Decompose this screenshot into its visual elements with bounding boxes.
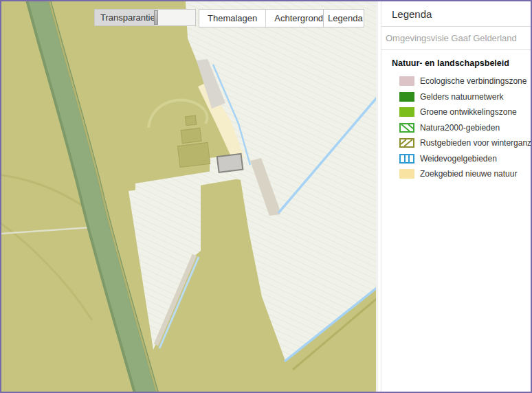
legend-item: Weidevogelgebieden [399,151,531,167]
legend-swatch-icon [399,169,414,179]
transparency-slider-fill: Transparantie [95,10,155,25]
legend-item: Natura2000-gebieden [399,120,531,136]
legend-swatch-icon [399,92,414,102]
legend-item-label: Groene ontwikkelingszone [420,107,517,117]
legend-item-label: Rustgebieden voor winterganzen [420,138,532,148]
legend-swatch-icon [399,138,414,148]
legenda-button[interactable]: Legenda [323,9,364,27]
legend-panel: Legenda Omgevingsvisie Gaaf Gelderland N… [377,1,531,392]
legend-panel-title: Legenda [381,1,531,26]
legend-item-label: Natura2000-gebieden [420,123,500,133]
legend-item-label: Ecologische verbindingszone [420,76,527,86]
legend-swatch-icon [399,76,414,86]
map-canvas[interactable] [1,1,376,392]
themalagen-button[interactable]: Themalagen [199,10,265,27]
legend-items: Ecologische verbindingszoneGelders natuu… [381,72,531,182]
legend-item: Groene ontwikkelingszone [399,104,531,120]
legend-item: Rustgebieden voor winterganzen [399,135,531,151]
map-building-gray [217,154,243,172]
legend-panel-subtitle: Omgevingsvisie Gaaf Gelderland [381,27,531,49]
map-viewport[interactable] [1,1,376,392]
legend-item: Ecologische verbindingszone [399,74,531,89]
transparency-slider[interactable]: Transparantie [94,9,196,26]
transparency-slider-handle[interactable] [154,10,158,25]
legend-item: Gelders natuurnetwerk [399,89,531,105]
legend-swatch-icon [399,123,414,133]
legend-section-title: Natuur- en landschapsbeleid [381,50,531,72]
themalagen-button-label: Themalagen [208,13,257,23]
legend-item-label: Zoekgebied nieuwe natuur [420,169,517,179]
legend-swatch-icon [399,107,414,117]
legend-item-label: Gelders natuurnetwerk [420,92,503,102]
transparency-label: Transparantie [100,12,155,23]
legend-swatch-icon [399,154,414,164]
legend-item-label: Weidevogelgebieden [420,154,497,164]
legend-item: Zoekgebied nieuwe natuur [399,166,531,182]
